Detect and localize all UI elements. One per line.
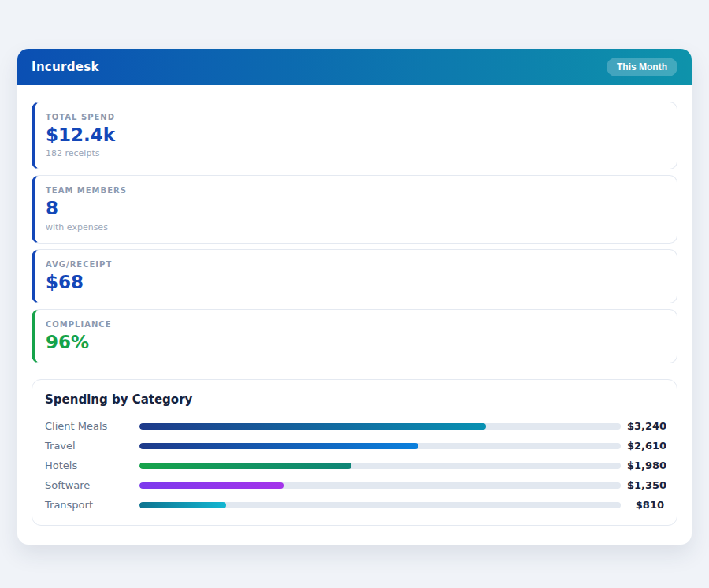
bar-fill [139, 423, 486, 430]
panel-title: Spending by Category [45, 393, 664, 407]
category-label: Travel [45, 440, 139, 452]
category-value: $1,980 [621, 460, 664, 471]
stat-card-compliance: COMPLIANCE 96% [32, 309, 677, 363]
category-value: $2,610 [621, 440, 664, 452]
period-badge[interactable]: This Month [607, 58, 677, 76]
category-value: $3,240 [621, 420, 664, 432]
category-label: Transport [45, 499, 139, 511]
stat-subtext: with expenses [46, 222, 663, 233]
stat-value: $12.4k [46, 125, 663, 145]
category-row-hotels: Hotels $1,980 [45, 456, 664, 475]
stat-label: AVG/RECEIPT [46, 260, 663, 269]
category-row-software: Software $1,350 [45, 475, 664, 495]
category-label: Software [45, 479, 139, 491]
stat-card-total-spend: TOTAL SPEND $12.4k 182 receipts [32, 102, 677, 169]
spending-by-category-panel: Spending by Category Client Meals $3,240… [32, 379, 677, 526]
category-label: Hotels [45, 460, 139, 471]
category-label: Client Meals [45, 420, 139, 432]
category-value: $810 [621, 499, 664, 511]
category-row-transport: Transport $810 [45, 495, 664, 515]
bar-fill [139, 502, 226, 508]
bar-fill [139, 443, 418, 449]
category-row-travel: Travel $2,610 [45, 436, 664, 456]
stat-value: 8 [46, 199, 663, 218]
stat-value: 96% [46, 333, 663, 352]
stat-label: COMPLIANCE [46, 320, 663, 329]
bar-track [139, 423, 621, 430]
stat-card-team-members: TEAM MEMBERS 8 with expenses [32, 175, 677, 243]
bar-track [139, 443, 621, 449]
app-title: Incurdesk [32, 60, 99, 74]
category-value: $1,350 [621, 479, 664, 491]
bar-track [139, 463, 621, 469]
stat-label: TOTAL SPEND [46, 113, 663, 121]
category-row-client-meals: Client Meals $3,240 [45, 416, 664, 436]
dashboard-card: Incurdesk This Month TOTAL SPEND $12.4k … [17, 49, 692, 545]
stat-subtext: 182 receipts [46, 148, 663, 158]
dashboard-body: TOTAL SPEND $12.4k 182 receipts TEAM MEM… [17, 85, 692, 545]
bar-fill [139, 463, 351, 469]
stat-value: $68 [46, 273, 663, 292]
stat-card-avg-receipt: AVG/RECEIPT $68 [32, 249, 677, 303]
stat-label: TEAM MEMBERS [46, 186, 663, 195]
bar-track [139, 482, 621, 489]
bar-track [139, 502, 621, 508]
app-header: Incurdesk This Month [17, 49, 692, 85]
bar-fill [139, 482, 284, 489]
